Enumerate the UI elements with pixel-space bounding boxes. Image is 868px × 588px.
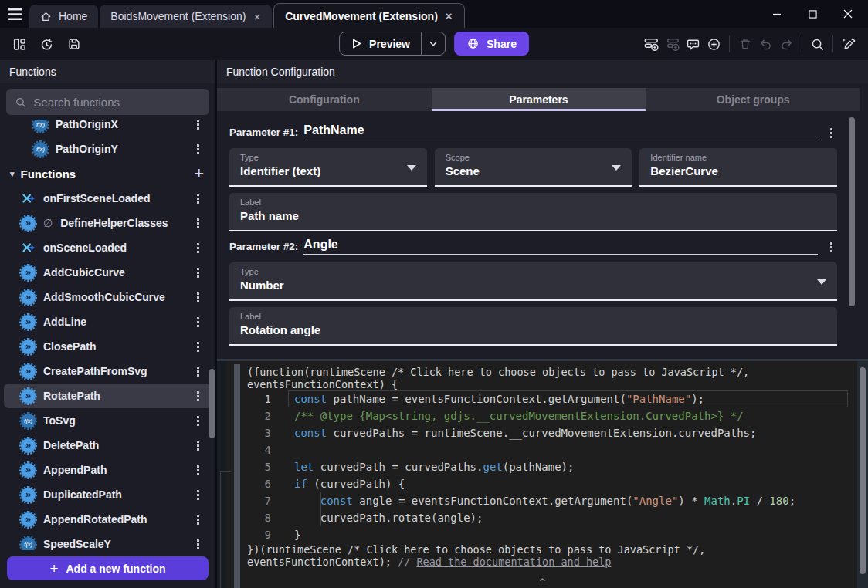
parameter-name-input[interactable]: PathName	[303, 123, 818, 140]
tab-parameters[interactable]: Parameters	[432, 88, 646, 111]
add-event-button[interactable]	[641, 34, 662, 55]
select-type[interactable]: TypeIdentifier (text)	[229, 148, 427, 187]
code-wrapper-line[interactable]: })(runtimeScene /* Click here to choose …	[245, 543, 868, 556]
context-menu-button[interactable]	[197, 198, 199, 200]
sidebar-item-rotatepath[interactable]: »RotatePath	[4, 384, 212, 408]
preview-options-button[interactable]	[421, 32, 445, 55]
code-wrapper-line[interactable]: eventsFunctionContext); // Read the docu…	[245, 556, 868, 568]
code-editor-scrollbar[interactable]	[860, 367, 866, 574]
event-drag-handle[interactable]	[234, 364, 240, 588]
add-function-plus-icon[interactable]: +	[194, 165, 204, 182]
input-identifier-name[interactable]: Identifier nameBezierCurve	[639, 148, 837, 187]
code-line-5[interactable]: 5let curvedPath = curvedPaths.get(pathNa…	[245, 458, 868, 475]
read-documentation-link[interactable]: Read the documentation and help	[416, 556, 611, 568]
context-menu-button[interactable]	[197, 123, 199, 126]
sidebar-item-closepath[interactable]: »ClosePath	[4, 334, 212, 359]
tab-configuration[interactable]: Configuration	[217, 88, 432, 111]
input-label[interactable]: LabelRotation angle	[229, 307, 837, 346]
hamburger-menu-button[interactable]	[0, 0, 29, 28]
project-manager-button[interactable]	[9, 34, 30, 55]
context-menu-button[interactable]	[197, 370, 199, 373]
redo-button[interactable]	[776, 34, 797, 55]
context-menu-button[interactable]	[197, 272, 199, 274]
sidebar-item-deletepath[interactable]: »DeletePath	[4, 433, 212, 458]
code-line-1[interactable]: 1const pathName = eventsFunctionContext.…	[245, 390, 868, 407]
save-button[interactable]	[63, 34, 84, 55]
sidebar-item-appendpath[interactable]: »AppendPath	[4, 458, 212, 482]
context-menu-button[interactable]	[830, 246, 832, 248]
context-menu-button[interactable]	[197, 469, 199, 471]
add-circle-button[interactable]	[704, 34, 724, 55]
sidebar-item-duplicatedpath[interactable]: »DuplicatedPath	[4, 482, 212, 507]
collapse-triangle-icon[interactable]: ▾	[10, 169, 15, 179]
sidebar-item-tosvg[interactable]: f(x)ToSvg	[4, 408, 212, 433]
context-menu-button[interactable]	[197, 494, 199, 496]
sidebar-item-pathoriginx[interactable]: f(x)PathOriginX	[4, 120, 212, 137]
tab-object-groups[interactable]: Object groups	[646, 88, 860, 111]
context-menu-button[interactable]	[830, 132, 832, 134]
select-type[interactable]: TypeNumber	[229, 262, 837, 301]
edit-extension-button[interactable]	[838, 34, 859, 55]
context-menu-button[interactable]	[197, 346, 199, 348]
close-tab-icon[interactable]: ×	[253, 11, 261, 22]
code-line-4[interactable]: 4	[245, 441, 868, 458]
code-scroll-area[interactable]: (function(runtimeScene /* Click here to …	[245, 361, 868, 588]
code-line-7[interactable]: 7 const angle = eventsFunctionContext.ge…	[245, 492, 868, 509]
code-line-8[interactable]: 8 curvedPath.rotate(angle);	[245, 509, 868, 526]
close-window-button[interactable]	[836, 3, 860, 25]
tab-boidsmovement[interactable]: BoidsMovement (Extension) ×	[100, 5, 272, 28]
sidebar-item-pathoriginy[interactable]: f(x)PathOriginY	[4, 137, 212, 161]
add-sub-event-button[interactable]	[662, 34, 683, 55]
context-menu-button[interactable]	[197, 321, 199, 323]
minimize-button[interactable]	[765, 3, 789, 25]
code-line-3[interactable]: 3const curvedPaths = runtimeScene.__curv…	[245, 424, 868, 441]
code-wrapper-line[interactable]: (function(runtimeScene /* Click here to …	[245, 366, 868, 378]
sidebar-item-onfirstsceneloaded[interactable]: onFirstSceneLoaded	[4, 186, 212, 211]
input-label[interactable]: LabelPath name	[229, 193, 837, 231]
tab-curvedmovement[interactable]: CurvedMovement (Extension) ×	[273, 3, 464, 28]
code-line-6[interactable]: 6if (curvedPath) {	[245, 475, 868, 492]
search-box[interactable]	[6, 89, 209, 115]
parameters-scrollbar[interactable]	[849, 117, 855, 306]
history-button[interactable]	[36, 34, 57, 55]
maximize-button[interactable]	[800, 3, 825, 25]
sidebar-item-definehelperclasses[interactable]: »∅DefineHelperClasses	[4, 211, 212, 235]
sidebar-item-addcubiccurve[interactable]: »AddCubicCurve	[4, 260, 212, 285]
sidebar-scrollbar[interactable]	[209, 369, 215, 438]
javascript-code-editor[interactable]: (function(runtimeScene /* Click here to …	[217, 359, 868, 588]
sidebar-item-addline[interactable]: »AddLine	[4, 309, 212, 334]
close-tab-icon[interactable]: ×	[445, 10, 453, 22]
code-wrapper-line[interactable]: eventsFunctionContext) {	[245, 378, 868, 390]
context-menu-button[interactable]	[197, 395, 199, 397]
search-functions-input[interactable]	[33, 96, 201, 109]
context-menu-button[interactable]	[197, 148, 199, 150]
add-new-function-button[interactable]: + Add a new function	[7, 556, 209, 580]
sidebar-item-createpathfromsvg[interactable]: »CreatePathFromSvg	[4, 359, 212, 384]
code-line-2[interactable]: 2/** @type {Map<string, gdjs.__curvedMov…	[245, 407, 868, 424]
preview-button-main[interactable]: Preview	[340, 32, 421, 55]
code-line-9[interactable]: 9}	[245, 526, 868, 543]
share-button[interactable]: Share	[454, 32, 529, 56]
context-menu-button[interactable]	[197, 519, 199, 521]
sidebar-item-speedscaley[interactable]: f(x)SpeedScaleY	[4, 532, 212, 550]
context-menu-button[interactable]	[197, 296, 199, 299]
tab-home[interactable]: Home	[29, 5, 98, 28]
preview-button[interactable]: Preview	[339, 32, 446, 56]
sidebar-item-addsmoothcubiccurve[interactable]: »AddSmoothCubicCurve	[4, 285, 212, 309]
sidebar-item-onsceneloaded[interactable]: onSceneLoaded	[4, 235, 212, 260]
sidebar-item-appendrotatedpath[interactable]: »AppendRotatedPath	[4, 507, 212, 532]
delete-button[interactable]	[734, 34, 755, 55]
select-scope[interactable]: ScopeScene	[435, 148, 632, 187]
undo-button[interactable]	[755, 34, 776, 55]
context-menu-button[interactable]	[197, 444, 199, 447]
functions-section-header[interactable]: ▾Functions+	[4, 161, 212, 186]
context-menu-button[interactable]	[197, 420, 199, 422]
search-button[interactable]	[807, 34, 828, 55]
app-tabs: Home BoidsMovement (Extension) × CurvedM…	[29, 0, 465, 28]
collapse-event-caret[interactable]: ^	[540, 576, 546, 588]
parameter-name-input[interactable]: Angle	[303, 238, 818, 255]
context-menu-button[interactable]	[197, 222, 199, 225]
context-menu-button[interactable]	[197, 247, 199, 249]
context-menu-button[interactable]	[197, 543, 199, 546]
add-comment-button[interactable]	[683, 34, 704, 55]
